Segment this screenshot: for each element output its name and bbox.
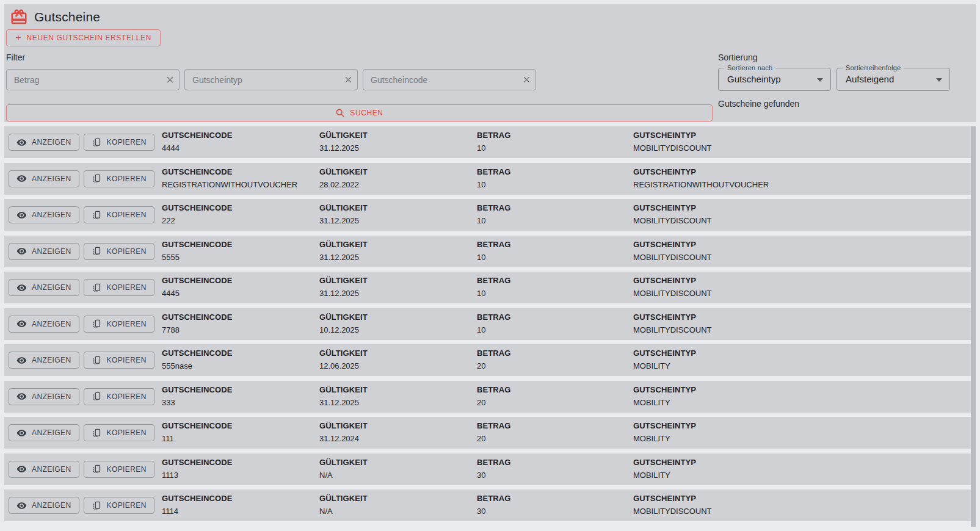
column-label-type: GUTSCHEINTYP: [633, 240, 712, 249]
filter-gutscheincode-input[interactable]: [363, 70, 517, 90]
copy-icon: [92, 246, 102, 256]
eye-icon: [16, 210, 27, 220]
voucher-amount-cell: BETRAG 10: [477, 312, 511, 334]
voucher-type-cell: GUTSCHEINTYP MOBILITYDISCOUNT: [633, 312, 712, 334]
voucher-type-cell: GUTSCHEINTYP MOBILITY: [633, 421, 696, 443]
column-label-amount: BETRAG: [477, 203, 511, 212]
clear-x-icon: [522, 75, 531, 84]
sort-order-select[interactable]: Sortierreihenfolge Aufsteigend: [837, 68, 950, 91]
show-voucher-button-label: ANZEIGEN: [32, 501, 71, 510]
copy-voucher-button-label: KOPIEREN: [107, 175, 147, 183]
copy-icon: [92, 355, 102, 366]
copy-voucher-button[interactable]: KOPIEREN: [84, 134, 154, 151]
vertical-scrollbar[interactable]: [971, 126, 976, 527]
show-voucher-button[interactable]: ANZEIGEN: [9, 170, 79, 187]
voucher-code-cell: GUTSCHEINCODE 7788: [162, 312, 232, 334]
copy-voucher-button[interactable]: KOPIEREN: [84, 316, 154, 333]
voucher-validity-cell: GÜLTIGKEIT 31.12.2025: [319, 385, 368, 407]
voucher-amount-value: 20: [477, 361, 511, 370]
voucher-code-value: 4444: [162, 143, 232, 153]
row-actions: ANZEIGEN KOPIEREN: [9, 279, 154, 296]
voucher-row: ANZEIGEN KOPIEREN GUTSCHEINCODE 333 GÜLT…: [4, 381, 971, 413]
voucher-code-cell: GUTSCHEINCODE 1113: [162, 458, 232, 480]
filter-betrag-input[interactable]: [7, 70, 161, 90]
show-voucher-button[interactable]: ANZEIGEN: [9, 316, 79, 333]
voucher-row: ANZEIGEN KOPIEREN GUTSCHEINCODE 555nase …: [4, 344, 971, 376]
copy-voucher-button[interactable]: KOPIEREN: [84, 352, 154, 369]
copy-voucher-button[interactable]: KOPIEREN: [84, 243, 154, 260]
voucher-amount-value: 10: [477, 253, 511, 262]
voucher-code-cell: GUTSCHEINCODE 555nase: [162, 349, 232, 370]
show-voucher-button[interactable]: ANZEIGEN: [9, 243, 79, 260]
voucher-row: ANZEIGEN KOPIEREN GUTSCHEINCODE 4444 GÜL…: [4, 126, 971, 158]
copy-voucher-button[interactable]: KOPIEREN: [84, 461, 154, 478]
show-voucher-button[interactable]: ANZEIGEN: [9, 424, 79, 441]
eye-icon: [16, 283, 27, 293]
row-actions: ANZEIGEN KOPIEREN: [9, 316, 154, 333]
show-voucher-button[interactable]: ANZEIGEN: [9, 352, 79, 369]
copy-voucher-button[interactable]: KOPIEREN: [84, 388, 154, 405]
voucher-validity-cell: GÜLTIGKEIT N/A: [319, 458, 368, 480]
show-voucher-button-label: ANZEIGEN: [32, 465, 71, 474]
copy-voucher-button-label: KOPIEREN: [107, 247, 147, 256]
copy-voucher-button[interactable]: KOPIEREN: [84, 424, 154, 441]
voucher-type-cell: GUTSCHEINTYP MOBILITY: [633, 458, 696, 480]
voucher-row: ANZEIGEN KOPIEREN GUTSCHEINCODE REGISTRA…: [4, 163, 971, 195]
voucher-row: ANZEIGEN KOPIEREN GUTSCHEINCODE 222 GÜLT…: [4, 199, 971, 231]
copy-voucher-button[interactable]: KOPIEREN: [84, 279, 154, 296]
column-label-validity: GÜLTIGKEIT: [319, 276, 368, 285]
sort-by-select[interactable]: Sortieren nach Gutscheintyp: [718, 68, 831, 91]
chevron-down-icon: [936, 78, 942, 82]
column-label-type: GUTSCHEINTYP: [633, 385, 696, 394]
copy-voucher-button-label: KOPIEREN: [107, 465, 147, 474]
voucher-code-value: 4445: [162, 289, 232, 298]
column-label-amount: BETRAG: [477, 349, 511, 358]
sorting-section-label: Sortierung: [718, 52, 758, 62]
page-title: Gutscheine: [34, 10, 100, 24]
voucher-code-cell: GUTSCHEINCODE REGISTRATIONWITHOUTVOUCHER: [162, 167, 297, 189]
show-voucher-button[interactable]: ANZEIGEN: [9, 279, 79, 296]
row-actions: ANZEIGEN KOPIEREN: [9, 497, 154, 514]
voucher-type-value: MOBILITYDISCOUNT: [633, 325, 712, 334]
filter-gutscheintyp-input[interactable]: [185, 70, 339, 90]
clear-gutscheintyp-button[interactable]: [339, 70, 357, 90]
filter-betrag-field: [6, 69, 180, 90]
eye-icon: [16, 173, 27, 184]
column-label-amount: BETRAG: [477, 276, 511, 285]
copy-voucher-button[interactable]: KOPIEREN: [84, 497, 154, 514]
search-button[interactable]: SUCHEN: [6, 104, 713, 121]
show-voucher-button[interactable]: ANZEIGEN: [9, 388, 79, 405]
voucher-validity-cell: GÜLTIGKEIT N/A: [319, 494, 368, 516]
create-voucher-button[interactable]: + NEUEN GUTSCHEIN ERSTELLEN: [6, 29, 161, 46]
voucher-code-value: REGISTRATIONWITHOUTVOUCHER: [162, 180, 297, 189]
show-voucher-button-label: ANZEIGEN: [32, 428, 71, 437]
column-label-validity: GÜLTIGKEIT: [319, 312, 368, 322]
voucher-validity-value: 31.12.2025: [319, 216, 368, 225]
clear-gutscheincode-button[interactable]: [517, 70, 535, 90]
show-voucher-button[interactable]: ANZEIGEN: [9, 134, 79, 151]
copy-voucher-button[interactable]: KOPIEREN: [84, 206, 154, 223]
column-label-validity: GÜLTIGKEIT: [319, 494, 368, 503]
voucher-code-cell: GUTSCHEINCODE 111: [162, 421, 232, 443]
voucher-amount-value: 10: [477, 180, 511, 189]
copy-icon: [92, 210, 102, 220]
search-button-label: SUCHEN: [350, 109, 383, 117]
create-voucher-button-label: NEUEN GUTSCHEIN ERSTELLEN: [27, 34, 151, 42]
show-voucher-button-label: ANZEIGEN: [32, 356, 71, 364]
voucher-amount-value: 10: [477, 143, 511, 153]
row-actions: ANZEIGEN KOPIEREN: [9, 243, 154, 260]
clear-betrag-button[interactable]: [161, 70, 179, 90]
voucher-code-value: 5555: [162, 253, 232, 262]
show-voucher-button[interactable]: ANZEIGEN: [9, 461, 79, 478]
show-voucher-button[interactable]: ANZEIGEN: [9, 497, 79, 514]
copy-voucher-button[interactable]: KOPIEREN: [84, 170, 154, 187]
voucher-type-cell: GUTSCHEINTYP MOBILITYDISCOUNT: [633, 131, 712, 153]
show-voucher-button[interactable]: ANZEIGEN: [9, 206, 79, 223]
scrollbar-thumb[interactable]: [971, 126, 976, 527]
voucher-amount-cell: BETRAG 10: [477, 240, 511, 262]
column-label-code: GUTSCHEINCODE: [162, 458, 232, 467]
column-label-code: GUTSCHEINCODE: [162, 312, 232, 322]
voucher-amount-cell: BETRAG 10: [477, 203, 511, 225]
show-voucher-button-label: ANZEIGEN: [32, 247, 71, 256]
copy-icon: [92, 391, 102, 402]
